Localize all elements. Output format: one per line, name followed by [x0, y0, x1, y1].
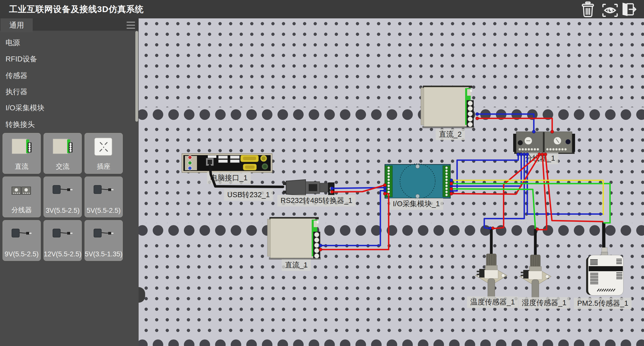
palette-item-12v[interactable]: 12V(5.5-2.5) [44, 220, 82, 261]
palette-item-9v[interactable]: 9V(5.5-2.5) [3, 220, 41, 261]
preview-icon[interactable] [602, 3, 618, 18]
tab-general[interactable]: 通用 [1, 18, 33, 32]
device-label-humidity: 湿度传感器_1 [518, 297, 570, 309]
device-label-pm25: PM2.5传感器_1 [574, 298, 631, 309]
delete-icon[interactable] [580, 2, 596, 17]
device-label-splitter1: 分线器_1 [522, 153, 558, 164]
device-splitter[interactable] [513, 132, 575, 154]
device-label-io-module: I/O采集模块_1 [390, 198, 443, 210]
device-label-pc: 电脑接口_1 [207, 172, 251, 184]
palette-item-socket[interactable]: 插座 [85, 133, 123, 174]
palette-item-3v[interactable]: 3V(5.5-2.5) [44, 177, 82, 217]
sidebar-item-sensor[interactable]: 传感器 [6, 71, 121, 82]
title-bar: 工业互联网设备及接线3D仿真系统 [0, 0, 644, 18]
palette-item-ac[interactable]: 交流 [44, 133, 82, 174]
menu-icon[interactable] [127, 22, 135, 29]
device-label-dc2: 直流_2 [436, 129, 465, 140]
device-label-rs232-485: RS232转485转换器_1 [277, 195, 355, 206]
device-label-dc1: 直流_1 [282, 259, 311, 271]
sidebar-item-actuator[interactable]: 执行器 [6, 87, 121, 98]
sidebar: 通用 电源 RFID设备 传感器 执行器 I/O采集模块 转换接头 直流 交流 … [0, 18, 139, 346]
device-label-temp: 温度传感器_1 [467, 296, 518, 308]
palette-item-dc[interactable]: 直流 [3, 133, 41, 174]
palette-item-5v[interactable]: 5V(5.5-2.5) [85, 177, 123, 217]
sidebar-item-power[interactable]: 电源 [6, 38, 121, 49]
app-title: 工业互联网设备及接线3D仿真系统 [9, 4, 144, 15]
palette-item-5v-135[interactable]: 5V(3.5-1.35) [85, 220, 123, 261]
device-label-usb232: USB转232_1 [224, 189, 273, 201]
palette-item-splitter[interactable]: 分线器 [3, 177, 41, 217]
device-pc-interface[interactable] [182, 154, 272, 172]
exit-icon[interactable] [621, 2, 637, 17]
device-dc-power-2[interactable] [421, 86, 474, 128]
device-dc-power-1[interactable] [267, 217, 321, 260]
device-io-module[interactable] [385, 164, 450, 199]
sidebar-item-adapter[interactable]: 转换接头 [6, 120, 121, 131]
app-window: 直流_2 分线器_1 电脑接口_1 USB转232_1 RS232转485转换器… [0, 0, 644, 346]
sidebar-item-io[interactable]: I/O采集模块 [6, 103, 121, 114]
sidebar-scrollbar[interactable] [135, 31, 138, 122]
sidebar-item-rfid[interactable]: RFID设备 [6, 54, 121, 65]
